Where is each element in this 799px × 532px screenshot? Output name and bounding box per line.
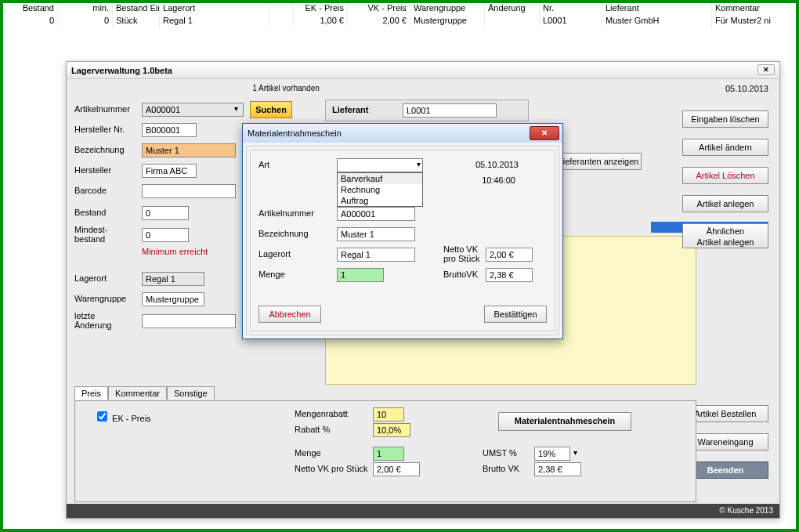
bruttovk-label: Brutto VK (483, 464, 519, 473)
bestand-input[interactable]: 0 (142, 206, 189, 220)
letzte-aenderung-input[interactable] (142, 314, 236, 328)
art-option-rechnung[interactable]: Rechnung (338, 184, 422, 195)
col-min: min. (58, 3, 113, 16)
dialog-date: 05.10.2013 (475, 160, 519, 169)
rabatt-label: Rabatt % (295, 425, 330, 434)
art-label: Art (258, 160, 269, 169)
ek-preis-checkbox[interactable]: EK - Preis (94, 409, 151, 424)
dlg-lager-label: Lagerort (258, 249, 291, 259)
lieferant-input[interactable]: L0001 (403, 103, 497, 118)
hersteller-label: Hersteller (74, 165, 111, 175)
aehnlichen-artikel-button[interactable]: Ähnlichen Artikel anlegen (682, 223, 768, 248)
dlg-menge-input[interactable]: 1 (337, 268, 384, 282)
mindestbestand-input[interactable]: 0 (142, 228, 189, 242)
artikel-loeschen-button[interactable]: Artikel Löschen (682, 167, 768, 184)
col-spacer (269, 3, 293, 16)
umst-label: UMST % (483, 448, 517, 458)
dialog-time: 10:46:00 (482, 176, 515, 185)
artikelnummer-combo[interactable]: A000001 (142, 103, 244, 117)
col-lagerort: Lagerort (160, 3, 269, 16)
herstellernr-label: Hersteller Nr. (74, 125, 125, 134)
col-kommentar: Kommentar (712, 3, 790, 16)
col-warengruppe: Warengruppe (410, 3, 485, 16)
dlg-nettovk-label: Netto VK pro Stück (443, 244, 479, 263)
col-lieferant: Lieferant (602, 3, 712, 16)
article-count: 1 Artikel vorhanden (74, 84, 497, 98)
bestaetigen-button[interactable]: Bestättigen (484, 306, 547, 323)
close-icon[interactable]: ✕ (757, 64, 775, 75)
art-option-auftrag[interactable]: Auftrag (338, 195, 422, 206)
lagerort-input[interactable]: Regal 1 (142, 272, 204, 286)
nettovk-label: Netto VK pro Stück (295, 464, 368, 473)
lieferanten-anzeigen-button[interactable]: Lieferanten anzeigen (555, 153, 642, 170)
header-date: 05.10.2013 (725, 84, 768, 93)
col-einheit: Bestand Einheit (113, 3, 160, 16)
col-bestand: Bestand (3, 3, 58, 16)
menge-label: Menge (295, 448, 321, 458)
art-dropdown[interactable]: Barverkauf Rechnung Auftrag (337, 172, 423, 207)
umst-combo[interactable]: 19% (534, 447, 570, 461)
lieferant-label: Lieferant (332, 105, 368, 114)
hersteller-input[interactable]: Firma ABC (142, 164, 197, 178)
col-nr: Nr. (540, 3, 602, 16)
window-title-bar: Lagerverwaltung 1.0beta ✕ (67, 62, 779, 79)
mengenrabatt-label: Mengenrabatt (295, 409, 348, 418)
chevron-down-icon[interactable]: ▾ (234, 104, 238, 113)
sheet-header: Bestand min. Bestand Einheit Lagerort EK… (3, 3, 796, 16)
nettovk-input[interactable]: 2,00 € (373, 462, 420, 476)
mengenrabatt-input[interactable]: 10 (373, 407, 404, 422)
menge-input[interactable]: 1 (373, 447, 404, 461)
dialog-title-bar: Materialentnahmeschein ✕ (243, 124, 562, 143)
dialog-close-icon[interactable]: ✕ (530, 126, 559, 140)
dlg-artnr-input[interactable]: A000001 (337, 207, 415, 221)
tab-strip: Preis Kommentar Sonstige (74, 386, 215, 400)
col-vk: VK - Preis (348, 3, 410, 16)
dlg-bez-input[interactable]: Muster 1 (337, 227, 415, 241)
art-option-barverkauf[interactable]: Barverkauf (338, 173, 422, 184)
barcode-input[interactable] (142, 184, 236, 198)
chevron-down-icon[interactable]: ▾ (573, 448, 577, 457)
tab-sonstige[interactable]: Sonstige (167, 386, 215, 400)
minimum-reached-text: Minimum erreicht (142, 247, 208, 256)
artikel-aendern-button[interactable]: Artikel ändern (682, 139, 768, 156)
artikel-anlegen-button[interactable]: Artikel anlegen (682, 195, 768, 212)
sheet-row: 0 0 Stück Regal 1 1,00 € 2,00 € Mustergr… (3, 16, 796, 28)
warengruppe-label: Warengruppe (74, 294, 126, 303)
mindestbestand-label: Mindest- bestand (74, 225, 107, 244)
dlg-lager-input[interactable]: Regal 1 (337, 248, 415, 262)
letzte-aenderung-label: letzte Änderung (74, 311, 112, 330)
barcode-label: Barcode (74, 186, 107, 195)
window-title: Lagerverwaltung 1.0beta (71, 66, 172, 75)
footer-copyright: © Kusche 2013 (67, 504, 779, 518)
col-ek: EK - Preis (293, 3, 348, 16)
lieferant-panel: Lieferant L0001 (325, 100, 529, 121)
art-combo[interactable] (337, 158, 423, 172)
dlg-nettovk-input[interactable]: 2,00 € (486, 248, 533, 262)
bruttovk-input[interactable]: 2,38 € (534, 462, 581, 476)
suchen-button[interactable]: Suchen (250, 101, 292, 118)
rabatt-input[interactable]: 10,0% (373, 423, 410, 437)
tab-kommentar[interactable]: Kommentar (108, 386, 167, 400)
lagerort-label: Lagerort (74, 273, 107, 283)
tab-body-preis: EK - Preis Mengenrabatt 10 Rabatt % 10,0… (74, 400, 696, 502)
dlg-bruttovk-input[interactable]: 2,38 € (486, 268, 533, 282)
dlg-bez-label: Bezeichnung (258, 229, 309, 238)
herstellernr-input[interactable]: B000001 (142, 123, 197, 137)
dlg-bruttovk-label: BruttoVK (443, 270, 478, 279)
dlg-menge-label: Menge (258, 270, 285, 279)
tab-preis[interactable]: Preis (74, 386, 108, 400)
bezeichnung-label: Bezeichnung (74, 145, 125, 154)
bestand-label: Bestand (74, 208, 106, 217)
bezeichnung-input[interactable]: Muster 1 (142, 143, 236, 157)
artikelnummer-label: Artikelnummer (74, 104, 130, 114)
main-window: Lagerverwaltung 1.0beta ✕ 1 Artikel vorh… (66, 61, 780, 519)
dialog-title: Materialentnahmeschein (248, 128, 342, 138)
warengruppe-input[interactable]: Mustergruppe (142, 292, 204, 306)
dlg-artnr-label: Artikelnummer (258, 208, 314, 218)
abbrechen-button[interactable]: Abbrechen (258, 306, 321, 323)
eingaben-loeschen-button[interactable]: Eingaben löschen (682, 110, 768, 128)
material-dialog: Materialentnahmeschein ✕ Art Barverkauf … (242, 123, 563, 339)
materialentnahmeschein-button[interactable]: Materialentnahmeschein (498, 412, 631, 431)
col-aenderung: Änderung (485, 3, 540, 16)
